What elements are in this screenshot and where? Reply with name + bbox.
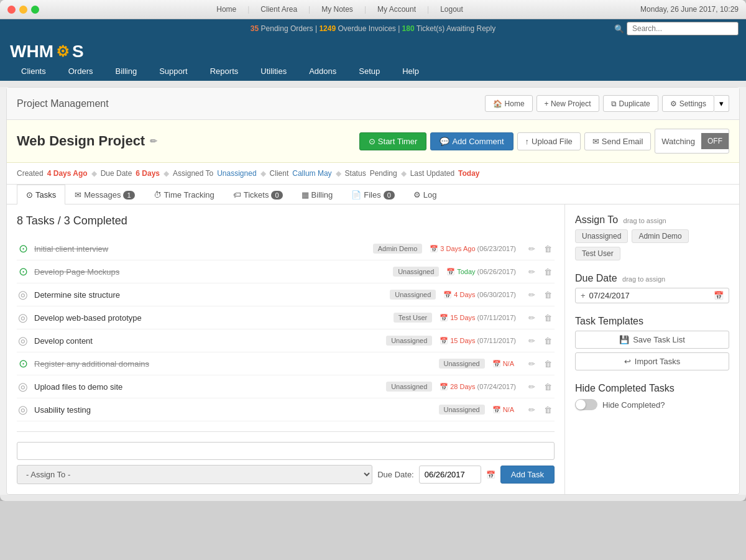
nav-my-notes[interactable]: My Notes [321, 5, 353, 14]
task-name[interactable]: Usability testing [34, 405, 431, 415]
task-date: 📅 28 Days (07/24/2017) [440, 383, 516, 391]
nav-help[interactable]: Help [391, 62, 430, 81]
upload-file-button[interactable]: ↑ Upload File [517, 132, 581, 150]
send-email-button[interactable]: ✉ Send Email [584, 132, 651, 150]
tab-tasks[interactable]: ⊙ Tasks [17, 185, 65, 204]
edit-icon[interactable]: ✏ [150, 136, 157, 146]
window-controls[interactable] [7, 6, 39, 14]
overdue-invoices-label[interactable]: Overdue Invoices [338, 24, 395, 33]
task-delete-button[interactable]: 🗑 [541, 243, 555, 255]
task-edit-button[interactable]: ✏ [526, 266, 538, 278]
task-pending-icon: ◎ [18, 403, 28, 416]
tab-billing[interactable]: ▦ Billing [292, 185, 343, 204]
pm-home-button[interactable]: 🏠 Home [485, 95, 533, 112]
task-delete-button[interactable]: 🗑 [541, 266, 555, 278]
task-edit-button[interactable]: ✏ [526, 312, 538, 324]
assign-to-select[interactable]: - Assign To - Admin DemoTest User [17, 465, 372, 484]
meta-client[interactable]: Callum May [292, 169, 331, 178]
task-complete-icon: ⊙ [19, 357, 28, 370]
hide-completed-toggle[interactable] [575, 399, 597, 410]
nav-logout[interactable]: Logout [440, 5, 463, 14]
search-input[interactable] [627, 22, 739, 35]
pm-header: Project Management 🏠 Home + New Project … [7, 88, 739, 120]
due-date-calendar-icon[interactable]: 📅 [714, 291, 724, 300]
task-delete-button[interactable]: 🗑 [541, 312, 555, 324]
nav-home[interactable]: Home [216, 5, 236, 14]
task-name[interactable]: Register any additional domains [34, 359, 431, 369]
assign-tag-unassigned[interactable]: Unassigned [575, 229, 628, 243]
start-timer-button[interactable]: ⊙ Start Timer [359, 132, 427, 150]
nav-clients[interactable]: Clients [10, 62, 57, 81]
messages-tab-icon: ✉ [75, 190, 81, 200]
nav-utilities[interactable]: Utilities [249, 62, 298, 81]
nav-addons[interactable]: Addons [298, 62, 348, 81]
assign-tag-admin-demo[interactable]: Admin Demo [632, 229, 688, 243]
add-task-button[interactable]: Add Task [500, 466, 555, 484]
due-date-input[interactable] [419, 466, 481, 484]
task-row: ◎Determine site structureUnassigned📅 4 D… [17, 283, 555, 306]
task-edit-button[interactable]: ✏ [526, 243, 538, 255]
task-name[interactable]: Develop web-based prototype [34, 313, 386, 323]
tickets-label[interactable]: Ticket(s) Awaiting Reply [417, 24, 495, 33]
tasks-panel: 8 Tasks / 3 Completed ⊙Initial client in… [7, 204, 565, 494]
task-edit-button[interactable]: ✏ [526, 381, 538, 393]
task-delete-button[interactable]: 🗑 [541, 289, 555, 301]
tab-log[interactable]: ⚙ Log [404, 185, 446, 204]
close-button[interactable] [7, 6, 16, 14]
import-tasks-button[interactable]: ↩ Import Tasks [575, 352, 729, 370]
task-delete-button[interactable]: 🗑 [541, 381, 555, 393]
new-project-button[interactable]: + New Project [536, 95, 599, 112]
assign-tag-test-user[interactable]: Test User [575, 247, 620, 260]
pending-orders-count[interactable]: 35 [251, 24, 259, 33]
pending-orders-label[interactable]: Pending Orders [261, 24, 313, 33]
assign-to-title: Assign To drag to assign [575, 214, 729, 226]
due-date-field[interactable]: + 07/24/2017 📅 [575, 288, 729, 303]
task-delete-button[interactable]: 🗑 [541, 335, 555, 347]
task-days: 15 Days [450, 314, 475, 321]
task-delete-button[interactable]: 🗑 [541, 404, 555, 416]
duplicate-button[interactable]: ⧉ Duplicate [603, 95, 658, 112]
task-name[interactable]: Upload files to demo site [34, 382, 379, 392]
whmcs-logo: WHM⚙S [10, 42, 84, 62]
task-delete-button[interactable]: 🗑 [541, 358, 555, 370]
nav-my-account[interactable]: My Account [377, 5, 416, 14]
tab-messages[interactable]: ✉ Messages 1 [65, 185, 144, 204]
calendar-icon[interactable]: 📅 [486, 470, 495, 479]
overdue-invoices-count[interactable]: 1249 [319, 24, 336, 33]
search-area[interactable]: 🔍 [614, 22, 739, 35]
nav-billing[interactable]: Billing [104, 62, 148, 81]
task-name[interactable]: Determine site structure [34, 290, 382, 300]
nav-support[interactable]: Support [148, 62, 199, 81]
task-edit-button[interactable]: ✏ [526, 335, 538, 347]
nav-reports[interactable]: Reports [199, 62, 250, 81]
tickets-count[interactable]: 180 [402, 24, 415, 33]
save-task-list-button[interactable]: 💾 Save Task List [575, 331, 729, 349]
task-templates-title: Task Templates [575, 316, 729, 327]
task-date: 📅 15 Days (07/11/2017) [440, 337, 516, 345]
nav-setup[interactable]: Setup [348, 62, 391, 81]
tab-time-tracking[interactable]: ⏱ Time Tracking [144, 185, 224, 204]
task-name[interactable]: Initial client interview [34, 244, 366, 254]
task-date: 📅 4 Days (06/30/2017) [443, 291, 516, 299]
task-name[interactable]: Develop content [34, 336, 379, 346]
task-edit-button[interactable]: ✏ [526, 289, 538, 301]
task-edit-button[interactable]: ✏ [526, 404, 538, 416]
assign-to-section: Assign To drag to assign Unassigned Admi… [575, 214, 729, 260]
task-name[interactable]: Develop Page Mockups [34, 267, 385, 277]
nav-orders[interactable]: Orders [57, 62, 104, 81]
settings-icon: ⚙ [670, 99, 677, 108]
maximize-button[interactable] [31, 6, 39, 14]
watching-toggle[interactable]: Watching OFF [655, 129, 729, 154]
nav-client-area[interactable]: Client Area [260, 5, 297, 14]
tab-tickets[interactable]: 🏷 Tickets 0 [224, 185, 292, 204]
task-edit-button[interactable]: ✏ [526, 358, 538, 370]
add-task-input[interactable] [17, 442, 555, 460]
settings-button[interactable]: ⚙ Settings [662, 95, 714, 112]
tab-files[interactable]: 📄 Files 0 [342, 185, 404, 204]
add-comment-button[interactable]: 💬 Add Comment [430, 132, 513, 150]
settings-dropdown-button[interactable]: ▾ [714, 95, 729, 112]
minimize-button[interactable] [19, 6, 27, 14]
upload-icon: ↑ [525, 137, 530, 146]
due-date-plus[interactable]: + [581, 291, 586, 300]
task-date-str: (06/26/2017) [477, 268, 516, 275]
